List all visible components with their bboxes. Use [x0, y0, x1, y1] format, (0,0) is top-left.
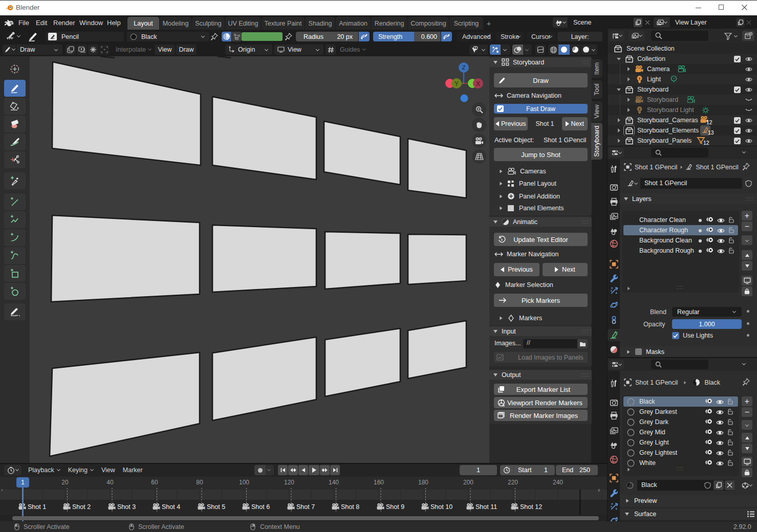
svg-text:Y: Y	[455, 80, 459, 87]
svg-text:X: X	[476, 80, 480, 87]
svg-text:Z: Z	[462, 64, 466, 71]
